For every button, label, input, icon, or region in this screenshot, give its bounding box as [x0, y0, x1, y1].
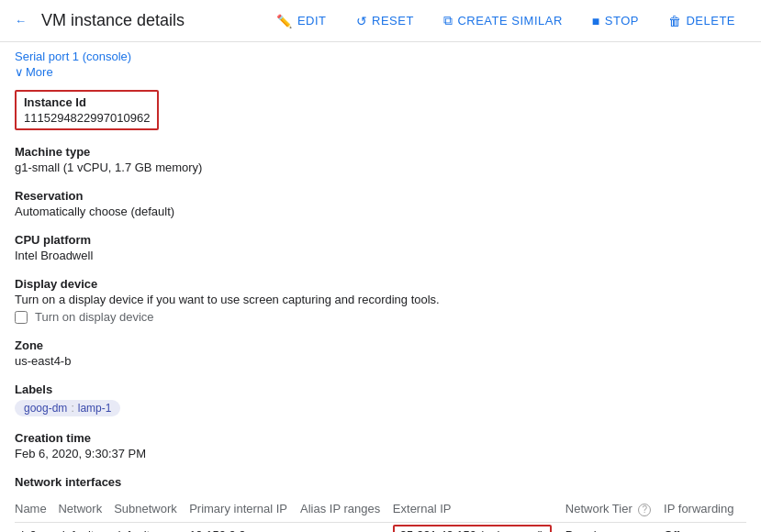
instance-id-value: 1115294822997010962 — [24, 111, 150, 125]
page-header: ← VM instance details ✏️ EDIT ↺ RESET ⧉ … — [0, 0, 761, 42]
edit-icon: ✏️ — [276, 14, 293, 28]
cell-alias-ip: — — [300, 522, 393, 532]
zone-label: Zone — [15, 338, 746, 352]
create-similar-button[interactable]: ⧉ CREATE SIMILAR — [432, 7, 574, 34]
header-actions: ✏️ EDIT ↺ RESET ⧉ CREATE SIMILAR ■ STOP … — [265, 7, 746, 34]
col-header-network: Network — [58, 496, 114, 522]
col-header-alias-ip: Alias IP ranges — [300, 496, 393, 522]
cell-network-tier: Premium — [565, 522, 664, 532]
labels-field: Labels goog-dm : lamp-1 — [15, 382, 746, 416]
delete-icon: 🗑 — [668, 14, 682, 28]
cpu-platform-label: CPU platform — [15, 233, 746, 247]
cell-ip-forwarding: Off — [664, 522, 746, 532]
reservation-value: Automatically choose (default) — [15, 205, 746, 218]
creation-time-field: Creation time Feb 6, 2020, 9:30:37 PM — [15, 431, 746, 460]
main-content: Instance Id 1115294822997010962 Machine … — [0, 83, 761, 532]
label-key: goog-dm — [24, 402, 67, 415]
reset-button[interactable]: ↺ RESET — [345, 8, 425, 34]
cpu-platform-value: Intel Broadwell — [15, 249, 746, 262]
back-button[interactable]: ← — [15, 14, 27, 28]
back-arrow-icon: ← — [15, 14, 27, 28]
serial-port-link[interactable]: Serial port 1 (console) — [15, 50, 746, 63]
display-device-desc: Turn on a display device if you want to … — [15, 293, 746, 306]
labels-label: Labels — [15, 382, 746, 396]
create-similar-icon: ⧉ — [443, 13, 453, 28]
cell-primary-ip: 10.150.0.2 — [189, 522, 300, 532]
col-header-subnetwork: Subnetwork — [114, 496, 189, 522]
machine-type-label: Machine type — [15, 145, 746, 159]
reset-icon: ↺ — [356, 14, 368, 28]
display-device-label: Display device — [15, 277, 746, 291]
label-separator: : — [71, 402, 73, 415]
stop-button[interactable]: ■ STOP — [581, 8, 650, 34]
display-device-field: Display device Turn on a display device … — [15, 277, 746, 324]
page-title: VM instance details — [41, 11, 251, 30]
network-interfaces-label: Network interfaces — [15, 475, 746, 489]
col-header-external-ip: External IP — [393, 496, 565, 522]
edit-button[interactable]: ✏️ EDIT — [265, 8, 337, 34]
reservation-field: Reservation Automatically choose (defaul… — [15, 189, 746, 218]
cell-network: default — [58, 522, 114, 532]
machine-type-value: g1-small (1 vCPU, 1.7 GB memory) — [15, 161, 746, 174]
instance-id-label: Instance Id — [24, 95, 150, 109]
network-tier-help-icon[interactable]: ? — [638, 504, 651, 516]
display-device-checkbox[interactable] — [15, 311, 28, 324]
machine-type-field: Machine type g1-small (1 vCPU, 1.7 GB me… — [15, 145, 746, 174]
cell-subnetwork: default — [114, 522, 189, 532]
delete-button[interactable]: 🗑 DELETE — [657, 8, 746, 34]
display-device-checkbox-label: Turn on display device — [35, 310, 154, 324]
label-chip: goog-dm : lamp-1 — [15, 400, 120, 416]
external-ip-highlighted: 35.221.43.159 (ephemeral) — [393, 525, 552, 532]
creation-time-value: Feb 6, 2020, 9:30:37 PM — [15, 447, 746, 460]
network-interfaces-section: Network interfaces Name Network Subnetwo… — [15, 475, 746, 532]
display-device-checkbox-row: Turn on display device — [15, 310, 746, 324]
cpu-platform-field: CPU platform Intel Broadwell — [15, 233, 746, 262]
cell-external-ip: 35.221.43.159 (ephemeral) — [393, 522, 565, 532]
table-row: nic0 default default 10.150.0.2 — 35.221… — [15, 522, 746, 532]
col-header-primary-ip: Primary internal IP — [189, 496, 300, 522]
table-header-row: Name Network Subnetwork Primary internal… — [15, 496, 746, 522]
top-links: Serial port 1 (console) ∨ More — [0, 42, 761, 83]
chevron-down-icon: ∨ — [15, 65, 24, 79]
instance-id-box: Instance Id 1115294822997010962 — [15, 90, 159, 130]
network-interfaces-table: Name Network Subnetwork Primary internal… — [15, 496, 746, 532]
stop-icon: ■ — [592, 14, 600, 28]
zone-field: Zone us-east4-b — [15, 338, 746, 368]
creation-time-label: Creation time — [15, 431, 746, 445]
instance-id-field: Instance Id 1115294822997010962 — [15, 90, 746, 130]
more-link[interactable]: ∨ More — [15, 65, 746, 79]
col-header-network-tier: Network Tier ? — [565, 496, 664, 522]
cell-name: nic0 — [15, 522, 58, 532]
reservation-label: Reservation — [15, 189, 746, 203]
label-value: lamp-1 — [78, 402, 112, 415]
col-header-ip-forwarding: IP forwarding — [664, 496, 746, 522]
zone-value: us-east4-b — [15, 354, 746, 368]
col-header-name: Name — [15, 496, 58, 522]
